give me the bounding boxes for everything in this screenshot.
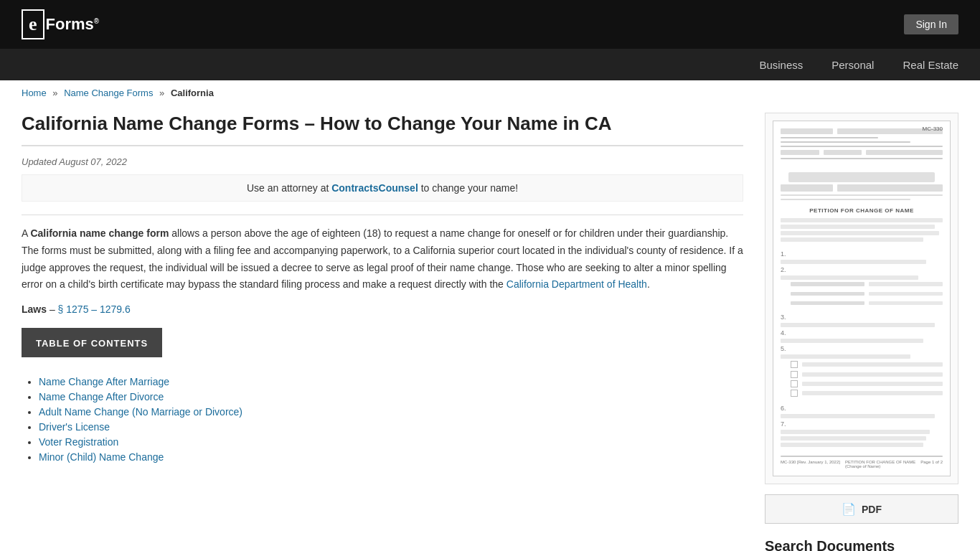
doc-number-6: 6. [781, 405, 943, 412]
doc-number-5: 5. [781, 345, 943, 352]
laws-line: Laws – § 1275 – 1279.6 [22, 303, 743, 315]
form-title-center: PETITION FOR CHANGE OF NAME [809, 207, 914, 214]
doc-section-header [781, 168, 943, 203]
body-text-before: A [22, 227, 30, 239]
toc-link-voter[interactable]: Voter Registration [39, 436, 118, 448]
form-number: MC-330 [923, 126, 943, 132]
pdf-button[interactable]: 📄 PDF [765, 494, 958, 524]
list-item: Driver's License [39, 421, 743, 433]
list-item: Adult Name Change (No Marriage or Divorc… [39, 406, 743, 418]
ca-dept-health-link[interactable]: California Department of Health [507, 278, 647, 290]
doc-footer-right: Page 1 of 2 [920, 460, 943, 468]
logo-forms-text: Forms® [46, 15, 100, 34]
toc-label: TABLE OF CONTENTS [36, 338, 148, 349]
list-item: Name Change After Divorce [39, 391, 743, 402]
body-text-bold: California name change form [30, 227, 169, 239]
doc-number-1: 1. [781, 250, 943, 258]
pdf-button-label: PDF [862, 504, 882, 515]
content-area: California Name Change Forms – How to Ch… [22, 113, 743, 551]
logo[interactable]: e Forms® [22, 9, 99, 39]
attorney-link[interactable]: ContractsCounsel [331, 182, 418, 194]
list-item: Voter Registration [39, 436, 743, 448]
doc-number-4: 4. [781, 329, 943, 336]
doc-number-2: 2. [781, 266, 943, 273]
toc-link-minor[interactable]: Minor (Child) Name Change [39, 451, 164, 463]
breadcrumb-home[interactable]: Home [22, 88, 47, 98]
body-paragraph-1: A California name change form allows a p… [22, 225, 743, 293]
nav-bar: Business Personal Real Estate [0, 49, 980, 80]
page-title: California Name Change Forms – How to Ch… [22, 113, 743, 146]
top-bar: e Forms® Sign In [0, 0, 980, 49]
breadcrumb-name-change-forms[interactable]: Name Change Forms [64, 88, 153, 98]
search-documents-title: Search Documents [765, 538, 958, 551]
toc-link-adult[interactable]: Adult Name Change (No Marriage or Divorc… [39, 406, 242, 418]
attorney-banner: Use an attorney at ContractsCounsel to c… [22, 174, 743, 202]
logo-e-letter: e [29, 14, 37, 35]
list-item: Minor (Child) Name Change [39, 451, 743, 463]
sign-in-button[interactable]: Sign In [904, 14, 958, 34]
main-container: California Name Change Forms – How to Ch… [0, 105, 980, 551]
doc-footer-center: PETITION FOR CHANGE OF NAME(Change of Na… [845, 460, 915, 468]
nav-business[interactable]: Business [759, 53, 803, 77]
doc-footer-left: MC-330 [Rev. January 1, 2022] [781, 460, 840, 468]
toc-link-marriage[interactable]: Name Change After Marriage [39, 376, 169, 387]
toc-link-divorce[interactable]: Name Change After Divorce [39, 391, 164, 402]
updated-date: Updated August 07, 2022 [22, 156, 743, 167]
doc-lines-top [781, 128, 943, 162]
breadcrumb-current: California [171, 88, 214, 98]
pdf-icon: 📄 [842, 502, 856, 516]
breadcrumb-sep-1: » [52, 88, 57, 98]
laws-link[interactable]: § 1275 – 1279.6 [58, 303, 131, 315]
logo-registered: ® [94, 17, 99, 25]
doc-number-3: 3. [781, 314, 943, 321]
attorney-suffix: to change your name! [418, 182, 518, 194]
logo-box: e [22, 9, 44, 39]
body-text-end: . [647, 278, 650, 290]
list-item: Name Change After Marriage [39, 376, 743, 387]
laws-label: Laws [22, 303, 47, 315]
breadcrumb: Home » Name Change Forms » California [0, 80, 980, 105]
nav-personal[interactable]: Personal [831, 53, 874, 77]
sidebar: MC-330 [765, 113, 958, 551]
nav-real-estate[interactable]: Real Estate [903, 53, 958, 77]
doc-number-7: 7. [781, 420, 943, 428]
form-preview-image: MC-330 [773, 121, 951, 476]
breadcrumb-sep-2: » [159, 88, 164, 98]
divider-1 [22, 215, 743, 215]
toc-link-drivers-license[interactable]: Driver's License [39, 421, 110, 433]
toc-box: TABLE OF CONTENTS [22, 328, 162, 357]
attorney-text: Use an attorney at [247, 182, 331, 194]
form-preview-container: MC-330 [765, 113, 958, 484]
toc-list: Name Change After Marriage Name Change A… [22, 376, 743, 463]
